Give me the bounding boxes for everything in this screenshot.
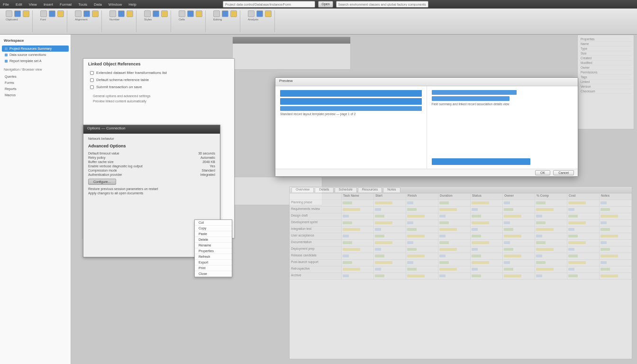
- cell[interactable]: [567, 207, 600, 213]
- row-label[interactable]: Archive: [290, 273, 342, 280]
- checkbox-icon[interactable]: [90, 78, 94, 82]
- sheet-tab[interactable]: Resources: [358, 187, 382, 192]
- cell[interactable]: [374, 200, 406, 207]
- cell[interactable]: [567, 246, 600, 253]
- column-header[interactable]: Duration: [438, 193, 471, 200]
- cell[interactable]: [342, 240, 374, 246]
- cell[interactable]: [503, 220, 535, 227]
- cell[interactable]: [342, 260, 374, 266]
- cell[interactable]: [342, 266, 374, 273]
- cell[interactable]: [535, 260, 567, 266]
- cell[interactable]: [600, 240, 632, 246]
- cell[interactable]: [342, 246, 374, 253]
- sidebar-item[interactable]: Data source connections: [2, 52, 69, 58]
- menu-edit[interactable]: Edit: [16, 2, 22, 7]
- cell[interactable]: [567, 213, 600, 220]
- cell[interactable]: [406, 227, 438, 233]
- configure-button[interactable]: Configure…: [88, 179, 116, 185]
- ribbon-icon[interactable]: [83, 10, 90, 17]
- cell[interactable]: [535, 227, 567, 233]
- cell[interactable]: [406, 266, 438, 273]
- ribbon-icon[interactable]: [57, 10, 64, 17]
- cell[interactable]: [535, 233, 567, 240]
- menu-item-cut[interactable]: Cut: [195, 220, 232, 226]
- cell[interactable]: [567, 273, 600, 280]
- ribbon-icon[interactable]: [75, 10, 82, 17]
- cell[interactable]: [438, 273, 471, 280]
- menu-item-print[interactable]: Print: [195, 265, 232, 271]
- path-input[interactable]: [223, 1, 315, 8]
- cell[interactable]: [374, 266, 406, 273]
- ribbon-icon[interactable]: [161, 10, 168, 17]
- menu-data[interactable]: Data: [94, 2, 102, 7]
- ribbon-icon[interactable]: [6, 10, 12, 17]
- cell[interactable]: [503, 273, 535, 280]
- cell[interactable]: [342, 233, 374, 240]
- column-header[interactable]: Status: [471, 193, 503, 200]
- cell[interactable]: [600, 200, 632, 207]
- cell[interactable]: [567, 227, 600, 233]
- cell[interactable]: [600, 273, 632, 280]
- cell[interactable]: [438, 246, 471, 253]
- column-header[interactable]: Start: [374, 193, 406, 200]
- cell[interactable]: [600, 246, 632, 253]
- cell[interactable]: [406, 246, 438, 253]
- cell[interactable]: [471, 273, 503, 280]
- cell[interactable]: [374, 213, 406, 220]
- cell[interactable]: [342, 200, 374, 207]
- cell[interactable]: [438, 213, 471, 220]
- cell[interactable]: [374, 246, 406, 253]
- menu-item-export[interactable]: Export: [195, 260, 232, 265]
- cell[interactable]: [438, 220, 471, 227]
- ribbon-icon[interactable]: [196, 10, 202, 17]
- row-label[interactable]: Deployment prep: [290, 246, 342, 253]
- cell[interactable]: [406, 200, 438, 207]
- cell[interactable]: [438, 233, 471, 240]
- cell[interactable]: [471, 200, 503, 207]
- cell[interactable]: [374, 240, 406, 246]
- cell[interactable]: [342, 207, 374, 213]
- column-header[interactable]: Owner: [503, 193, 535, 200]
- ribbon-icon[interactable]: [222, 10, 228, 17]
- cell[interactable]: [471, 240, 503, 246]
- cell[interactable]: [471, 246, 503, 253]
- cell[interactable]: [503, 227, 535, 233]
- cell[interactable]: [567, 240, 600, 246]
- ribbon-icon[interactable]: [153, 10, 159, 17]
- cell[interactable]: [342, 227, 374, 233]
- go-button[interactable]: Open: [318, 1, 333, 8]
- cell[interactable]: [503, 233, 535, 240]
- cell[interactable]: [438, 253, 471, 260]
- outline-item[interactable]: Default schema reference table: [83, 76, 234, 83]
- cell[interactable]: [600, 213, 632, 220]
- ribbon-icon[interactable]: [49, 10, 55, 17]
- column-header[interactable]: Notes: [600, 193, 632, 200]
- ribbon-icon[interactable]: [109, 10, 116, 17]
- cell[interactable]: [471, 253, 503, 260]
- ribbon-icon[interactable]: [230, 10, 237, 17]
- cell[interactable]: [342, 253, 374, 260]
- cell[interactable]: [438, 207, 471, 213]
- search-input[interactable]: [336, 1, 428, 8]
- sidebar-subitem[interactable]: Reports: [2, 86, 69, 92]
- menu-item-copy[interactable]: Copy: [195, 226, 232, 231]
- cell[interactable]: [406, 253, 438, 260]
- cell[interactable]: [471, 260, 503, 266]
- cell[interactable]: [374, 273, 406, 280]
- menu-item-properties[interactable]: Properties: [195, 248, 232, 254]
- cell[interactable]: [342, 220, 374, 227]
- row-label[interactable]: Release candidate: [290, 253, 342, 260]
- sheet-tab[interactable]: Details: [315, 187, 333, 192]
- cell[interactable]: [438, 227, 471, 233]
- cell[interactable]: [567, 260, 600, 266]
- ribbon-icon[interactable]: [118, 10, 125, 17]
- cell[interactable]: [535, 273, 567, 280]
- cell[interactable]: [438, 200, 471, 207]
- row-label[interactable]: Development sprint: [290, 220, 342, 227]
- cell[interactable]: [535, 266, 567, 273]
- cell[interactable]: [503, 200, 535, 207]
- sidebar-item[interactable]: Report template set A: [2, 58, 69, 64]
- row-label[interactable]: Documentation: [290, 240, 342, 246]
- cell[interactable]: [535, 220, 567, 227]
- cell[interactable]: [535, 213, 567, 220]
